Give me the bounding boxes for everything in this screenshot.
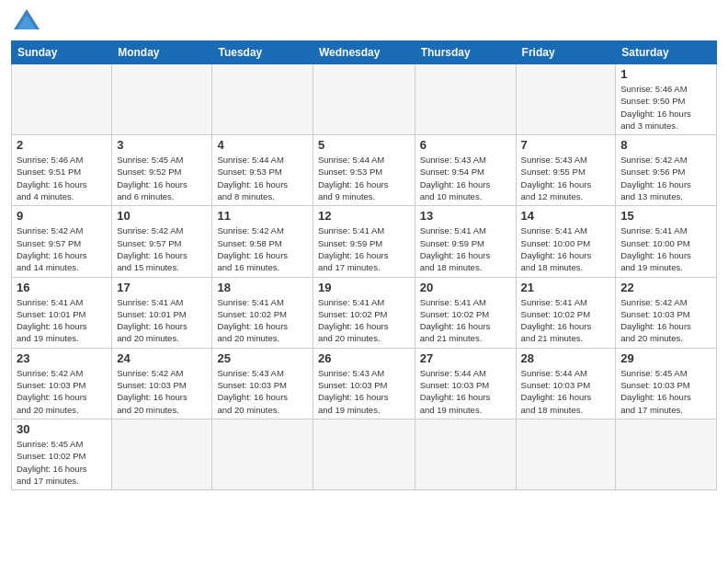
day-number: 27 xyxy=(420,351,511,365)
week-row-5: 23Sunrise: 5:42 AM Sunset: 10:03 PM Dayl… xyxy=(12,348,717,419)
day-number: 25 xyxy=(217,351,307,365)
day-number: 10 xyxy=(117,209,207,223)
day-number: 4 xyxy=(217,138,307,152)
calendar-cell: 17Sunrise: 5:41 AM Sunset: 10:01 PM Dayl… xyxy=(112,277,212,348)
day-number: 20 xyxy=(420,281,511,294)
calendar-cell: 28Sunrise: 5:44 AM Sunset: 10:03 PM Dayl… xyxy=(516,348,616,419)
calendar-cell: 10Sunrise: 5:42 AM Sunset: 9:57 PM Dayli… xyxy=(112,206,212,277)
calendar-cell: 21Sunrise: 5:41 AM Sunset: 10:02 PM Dayl… xyxy=(516,277,616,348)
weekday-header-wednesday: Wednesday xyxy=(313,41,415,64)
weekday-header-thursday: Thursday xyxy=(415,41,516,64)
day-number: 16 xyxy=(17,281,107,294)
day-number: 3 xyxy=(117,138,207,152)
calendar-cell: 2Sunrise: 5:46 AM Sunset: 9:51 PM Daylig… xyxy=(12,135,112,206)
day-info: Sunrise: 5:42 AM Sunset: 9:57 PM Dayligh… xyxy=(117,224,207,273)
calendar-cell: 27Sunrise: 5:44 AM Sunset: 10:03 PM Dayl… xyxy=(415,348,516,419)
calendar-cell xyxy=(112,64,212,135)
day-number: 29 xyxy=(620,351,711,365)
day-info: Sunrise: 5:41 AM Sunset: 10:01 PM Daylig… xyxy=(117,296,207,345)
calendar-cell: 25Sunrise: 5:43 AM Sunset: 10:03 PM Dayl… xyxy=(212,348,313,419)
day-info: Sunrise: 5:44 AM Sunset: 9:53 PM Dayligh… xyxy=(318,154,410,202)
calendar-cell: 16Sunrise: 5:41 AM Sunset: 10:01 PM Dayl… xyxy=(12,277,112,348)
day-number: 1 xyxy=(620,67,711,81)
weekday-header-saturday: Saturday xyxy=(616,41,717,64)
day-info: Sunrise: 5:42 AM Sunset: 10:03 PM Daylig… xyxy=(620,296,711,345)
calendar-cell: 18Sunrise: 5:41 AM Sunset: 10:02 PM Dayl… xyxy=(212,277,313,348)
day-number: 2 xyxy=(17,138,107,152)
day-info: Sunrise: 5:41 AM Sunset: 9:59 PM Dayligh… xyxy=(420,224,511,273)
logo xyxy=(11,9,40,33)
day-info: Sunrise: 5:41 AM Sunset: 10:02 PM Daylig… xyxy=(521,296,611,345)
day-number: 6 xyxy=(420,138,511,152)
day-number: 15 xyxy=(620,209,711,223)
calendar-cell: 22Sunrise: 5:42 AM Sunset: 10:03 PM Dayl… xyxy=(616,277,717,348)
calendar-cell xyxy=(313,419,415,489)
day-info: Sunrise: 5:41 AM Sunset: 9:59 PM Dayligh… xyxy=(318,224,410,273)
day-info: Sunrise: 5:45 AM Sunset: 10:03 PM Daylig… xyxy=(620,367,711,416)
day-info: Sunrise: 5:46 AM Sunset: 9:51 PM Dayligh… xyxy=(17,154,107,202)
day-number: 19 xyxy=(318,281,410,294)
calendar-cell: 30Sunrise: 5:45 AM Sunset: 10:02 PM Dayl… xyxy=(12,419,112,489)
calendar-cell: 7Sunrise: 5:43 AM Sunset: 9:55 PM Daylig… xyxy=(516,135,616,206)
calendar-cell xyxy=(12,64,112,135)
day-number: 12 xyxy=(318,209,410,223)
calendar-cell: 6Sunrise: 5:43 AM Sunset: 9:54 PM Daylig… xyxy=(415,135,516,206)
calendar-cell xyxy=(313,64,415,135)
day-number: 13 xyxy=(420,209,511,223)
calendar-cell xyxy=(112,419,212,489)
day-info: Sunrise: 5:44 AM Sunset: 10:03 PM Daylig… xyxy=(521,367,611,416)
calendar: SundayMondayTuesdayWednesdayThursdayFrid… xyxy=(11,40,717,490)
day-number: 17 xyxy=(117,281,207,294)
week-row-1: 1Sunrise: 5:46 AM Sunset: 9:50 PM Daylig… xyxy=(12,64,717,135)
calendar-cell xyxy=(415,64,516,135)
page: SundayMondayTuesdayWednesdayThursdayFrid… xyxy=(0,0,728,500)
day-number: 18 xyxy=(217,281,307,294)
calendar-cell xyxy=(516,419,616,489)
calendar-cell: 24Sunrise: 5:42 AM Sunset: 10:03 PM Dayl… xyxy=(112,348,212,419)
weekday-header-friday: Friday xyxy=(516,41,616,64)
day-number: 14 xyxy=(521,209,611,223)
calendar-cell: 4Sunrise: 5:44 AM Sunset: 9:53 PM Daylig… xyxy=(212,135,313,206)
calendar-cell: 20Sunrise: 5:41 AM Sunset: 10:02 PM Dayl… xyxy=(415,277,516,348)
day-info: Sunrise: 5:41 AM Sunset: 10:00 PM Daylig… xyxy=(620,224,711,273)
weekday-header-tuesday: Tuesday xyxy=(212,41,313,64)
day-info: Sunrise: 5:44 AM Sunset: 9:53 PM Dayligh… xyxy=(217,154,307,202)
calendar-cell xyxy=(415,419,516,489)
day-info: Sunrise: 5:42 AM Sunset: 10:03 PM Daylig… xyxy=(17,367,107,416)
calendar-cell: 13Sunrise: 5:41 AM Sunset: 9:59 PM Dayli… xyxy=(415,206,516,277)
calendar-cell: 1Sunrise: 5:46 AM Sunset: 9:50 PM Daylig… xyxy=(616,64,717,135)
day-number: 21 xyxy=(521,281,611,294)
calendar-cell: 23Sunrise: 5:42 AM Sunset: 10:03 PM Dayl… xyxy=(12,348,112,419)
day-number: 8 xyxy=(620,138,711,152)
calendar-cell: 3Sunrise: 5:45 AM Sunset: 9:52 PM Daylig… xyxy=(112,135,212,206)
day-info: Sunrise: 5:41 AM Sunset: 10:02 PM Daylig… xyxy=(420,296,511,345)
day-info: Sunrise: 5:43 AM Sunset: 10:03 PM Daylig… xyxy=(318,367,410,416)
logo-icon xyxy=(14,9,40,29)
week-row-3: 9Sunrise: 5:42 AM Sunset: 9:57 PM Daylig… xyxy=(12,206,717,277)
calendar-cell xyxy=(212,419,313,489)
calendar-cell: 5Sunrise: 5:44 AM Sunset: 9:53 PM Daylig… xyxy=(313,135,415,206)
calendar-cell: 8Sunrise: 5:42 AM Sunset: 9:56 PM Daylig… xyxy=(616,135,717,206)
day-info: Sunrise: 5:43 AM Sunset: 9:54 PM Dayligh… xyxy=(420,154,511,202)
day-number: 22 xyxy=(620,281,711,294)
day-info: Sunrise: 5:43 AM Sunset: 9:55 PM Dayligh… xyxy=(521,154,611,202)
week-row-2: 2Sunrise: 5:46 AM Sunset: 9:51 PM Daylig… xyxy=(12,135,717,206)
calendar-cell: 14Sunrise: 5:41 AM Sunset: 10:00 PM Dayl… xyxy=(516,206,616,277)
day-info: Sunrise: 5:41 AM Sunset: 10:02 PM Daylig… xyxy=(217,296,307,345)
day-info: Sunrise: 5:43 AM Sunset: 10:03 PM Daylig… xyxy=(217,367,307,416)
calendar-cell: 12Sunrise: 5:41 AM Sunset: 9:59 PM Dayli… xyxy=(313,206,415,277)
calendar-cell: 26Sunrise: 5:43 AM Sunset: 10:03 PM Dayl… xyxy=(313,348,415,419)
day-number: 26 xyxy=(318,351,410,365)
day-info: Sunrise: 5:44 AM Sunset: 10:03 PM Daylig… xyxy=(420,367,511,416)
calendar-cell xyxy=(616,419,717,489)
day-info: Sunrise: 5:46 AM Sunset: 9:50 PM Dayligh… xyxy=(620,83,711,132)
day-number: 11 xyxy=(217,209,307,223)
calendar-cell: 29Sunrise: 5:45 AM Sunset: 10:03 PM Dayl… xyxy=(616,348,717,419)
header xyxy=(11,9,717,33)
day-number: 28 xyxy=(521,351,611,365)
day-info: Sunrise: 5:45 AM Sunset: 9:52 PM Dayligh… xyxy=(117,154,207,202)
day-info: Sunrise: 5:41 AM Sunset: 10:00 PM Daylig… xyxy=(521,224,611,273)
calendar-cell: 15Sunrise: 5:41 AM Sunset: 10:00 PM Dayl… xyxy=(616,206,717,277)
day-info: Sunrise: 5:41 AM Sunset: 10:02 PM Daylig… xyxy=(318,296,410,345)
day-number: 7 xyxy=(521,138,611,152)
